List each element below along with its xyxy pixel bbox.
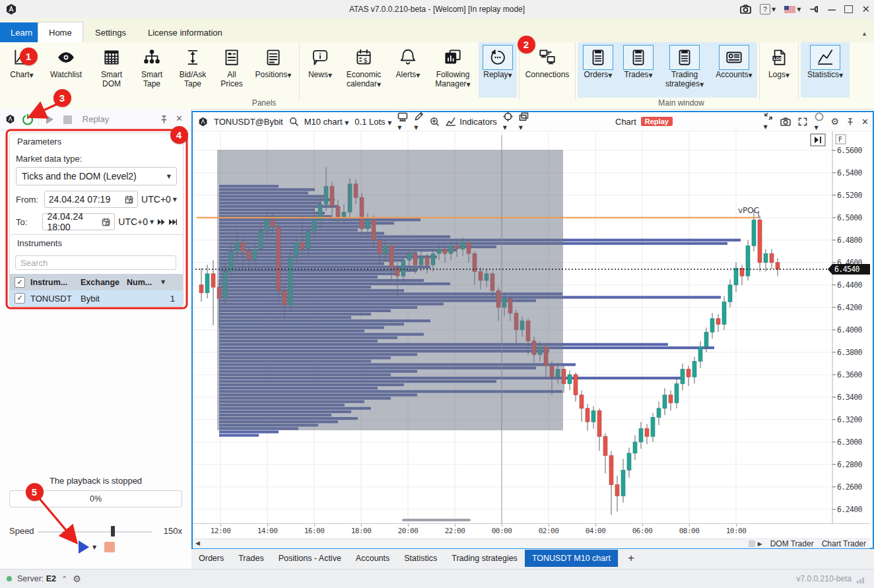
connections-button[interactable]: Connections (521, 42, 573, 98)
smart-dom-button[interactable]: Smart DOM (91, 42, 132, 98)
chart-hscroll-thumb[interactable] (402, 519, 471, 521)
chart-canvas[interactable]: vPOC6.58006.56006.54006.52006.50006.4800… (193, 131, 870, 523)
pin-chart-icon[interactable] (846, 117, 854, 126)
play-options-caret-icon[interactable]: ▼ (92, 544, 96, 550)
calendar-icon[interactable] (102, 218, 110, 226)
tab-settings[interactable]: Settings (84, 22, 137, 42)
all-prices-button[interactable]: All Prices (214, 42, 250, 98)
column-number[interactable]: Num... (127, 278, 161, 287)
bottom-tab-statistics[interactable]: Statistics (397, 550, 444, 567)
to-date-input[interactable]: 24.04.24 18:00 (42, 213, 115, 230)
chart-trader-button[interactable]: Chart Trader (822, 539, 866, 548)
indicators-button[interactable]: Indicators (446, 117, 496, 127)
skip-forward-icon[interactable] (157, 218, 165, 226)
to-timezone-select[interactable]: UTC+0▼ (118, 216, 154, 227)
trader-mode-box-icon[interactable] (749, 540, 755, 547)
chart-screenshot-icon[interactable] (780, 117, 791, 126)
trading-strategies-button[interactable]: Trading strategies▼ (658, 42, 711, 98)
settings-gear-icon[interactable]: ⚙ (73, 573, 81, 584)
draw-tool-button[interactable]: ▼ (414, 112, 424, 131)
column-instrument[interactable]: Instrum... (30, 278, 81, 287)
search-icon[interactable] (289, 117, 298, 126)
layout-button[interactable]: ▼ (519, 112, 529, 131)
close-chart-icon[interactable]: ✕ (861, 117, 869, 127)
lots-select[interactable]: 0.1 Lots ▼ (354, 117, 391, 127)
market-data-type-select[interactable]: Ticks and the DOM (Level2)▼ (16, 167, 177, 185)
speed-slider-track[interactable] (38, 531, 152, 533)
column-exchange[interactable]: Exchange (81, 278, 127, 287)
zoom-in-button[interactable] (430, 117, 440, 127)
chart-canvas-area[interactable]: vPOC6.58006.56006.54006.52006.50006.4800… (193, 131, 870, 523)
economic-calendar-button[interactable]: $ Economic calendar▼ (339, 42, 389, 98)
instrument-search-input[interactable] (15, 255, 176, 270)
bottom-tab-positions-active[interactable]: Positions - Active (271, 550, 349, 567)
main-window-group-label: Main window (658, 98, 704, 108)
maximize-icon[interactable] (844, 5, 853, 13)
instrument-row[interactable]: ✓ TONUSDT Bybit 1 (10, 290, 183, 306)
speed-slider-thumb[interactable] (111, 526, 115, 537)
trader-expand-icon[interactable]: ▶ (758, 540, 762, 547)
tab-learn[interactable]: Learn (0, 22, 43, 42)
chart-symbol[interactable]: TONUSDT@Bybit (214, 117, 283, 127)
chart-scrollbar-row[interactable]: ◀ ▶ DOM Trader Chart Trader (193, 539, 870, 548)
from-label: From: (16, 195, 41, 205)
playback-stop-button[interactable] (104, 542, 115, 552)
statistics-button[interactable]: Statistics▼ (801, 42, 850, 98)
help-menu-button[interactable]: ?▼ (760, 4, 776, 15)
theme-circle-button[interactable]: ▼ (815, 112, 824, 131)
from-date-input[interactable]: 24.04.24 07:19 (44, 191, 138, 208)
display-mode-button[interactable]: ▼ (397, 112, 408, 131)
trades-button[interactable]: Trades▼ (619, 42, 658, 98)
smart-dom-button-label: Smart DOM (101, 71, 122, 88)
minimize-icon[interactable]: — (827, 5, 836, 15)
bottom-tab-orders[interactable]: Orders (191, 550, 231, 567)
bottom-tab-trading-strategies[interactable]: Trading strategies (444, 550, 525, 567)
watchlist-button[interactable]: Watchlist (41, 42, 91, 98)
add-tab-button[interactable]: + (618, 550, 644, 567)
collapse-ribbon-icon[interactable]: ▲ (861, 30, 867, 37)
bottom-tab-trades[interactable]: Trades (231, 550, 271, 567)
select-all-checkbox[interactable]: ✓ (15, 277, 25, 288)
accounts-button[interactable]: Accounts▼ (711, 42, 757, 98)
instrument-checkbox[interactable]: ✓ (15, 293, 25, 304)
time-axis[interactable]: 12:0014:0016:0018:0020:0022:0000:0002:00… (193, 523, 870, 539)
bottom-tab-accounts[interactable]: Accounts (349, 550, 397, 567)
fullscreen-icon[interactable] (798, 117, 807, 126)
tab-license-information[interactable]: License information (137, 22, 233, 42)
timeframe-select[interactable]: M10 chart ▼ (304, 117, 349, 127)
close-panel-icon[interactable]: ✕ (176, 114, 183, 123)
screenshot-icon[interactable] (740, 5, 751, 14)
positions-button[interactable]: Positions▼ (250, 42, 297, 98)
alerts-button[interactable]: Alerts▼ (389, 42, 427, 98)
language-selector[interactable]: ▼ (784, 6, 801, 13)
close-window-icon[interactable]: ✕ (861, 3, 870, 15)
time-axis-label: 10:00 (723, 527, 749, 535)
skip-to-end-icon[interactable] (169, 218, 177, 226)
chart-settings-gear-icon[interactable]: ⚙ (831, 116, 840, 127)
pin-panel-icon[interactable] (160, 115, 168, 124)
from-timezone-select[interactable]: UTC+0▼ (141, 194, 177, 205)
price-axis[interactable]: 6.58006.56006.54006.52006.50006.48006.46… (832, 131, 863, 514)
news-button[interactable]: News▼ (302, 42, 339, 98)
server-collapse-icon[interactable]: ⌃ (61, 575, 67, 583)
playback-play-button[interactable] (77, 540, 90, 554)
logs-button[interactable]: LOG Logs▼ (762, 42, 796, 98)
orders-button[interactable]: Orders▼ (578, 42, 619, 98)
ribbon-separator (519, 42, 520, 100)
pin-window-icon[interactable] (809, 5, 819, 14)
dom-trader-button[interactable]: DOM Trader (770, 539, 814, 548)
scroll-left-icon[interactable]: ◀ (195, 540, 200, 546)
replay-button[interactable]: Replay▼ (479, 42, 517, 98)
bottom-tab-tonusdt-m10-chart[interactable]: TONUSDT M10 chart (525, 550, 618, 567)
playback-progress-bar[interactable]: 0% (9, 490, 182, 507)
dock-button[interactable]: ▼ (764, 112, 773, 131)
tab-home[interactable]: Home (38, 22, 83, 42)
bid-ask-tape-button[interactable]: Bid/Ask Tape (172, 42, 214, 98)
following-manager-button[interactable]: Following Manager▼ (427, 42, 479, 98)
statistics-button-label: Statistics (807, 70, 839, 79)
calendar-icon[interactable] (125, 195, 133, 204)
chart-button[interactable]: Chart▼ (3, 42, 41, 98)
crosshair-button[interactable]: ▼ (503, 112, 513, 131)
smart-tape-button[interactable]: Smart Tape (132, 42, 172, 98)
instruments-table-header[interactable]: ✓ Instrum... Exchange Num... ▼ (10, 274, 183, 290)
